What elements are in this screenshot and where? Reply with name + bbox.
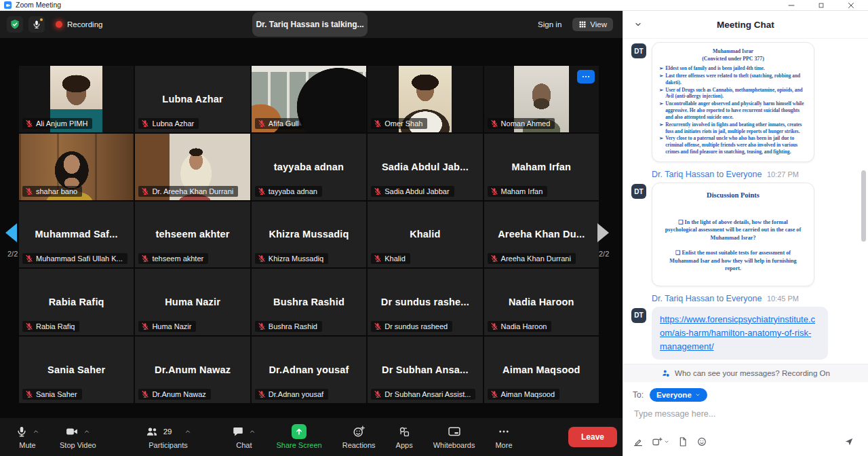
emoji-icon[interactable]	[696, 436, 707, 447]
participant-tile[interactable]: Huma Nazir Huma Nazir	[135, 269, 250, 335]
security-shield-icon[interactable]	[7, 16, 23, 33]
participant-tile[interactable]: Aiman Maqsood Aiman Maqsood	[484, 337, 599, 403]
share-screen-button[interactable]: Share Screen	[266, 418, 332, 456]
participant-tile[interactable]: Omer Shah	[368, 66, 482, 132]
message-input[interactable]	[633, 408, 861, 419]
maximize-button[interactable]	[816, 1, 826, 10]
participant-tile[interactable]: Sadia Abdul Jab... Sadia Abdul Jabbar	[368, 134, 482, 200]
participant-name-tag: Khizra Mussadiq	[255, 253, 328, 264]
participant-tile[interactable]: Nadia Haroon Nadia Haroon	[484, 269, 599, 335]
minimize-button[interactable]	[787, 1, 796, 10]
screenshot-icon[interactable]	[652, 436, 669, 447]
chevron-down-icon[interactable]	[634, 20, 642, 28]
participant-tile[interactable]: Dr.Adnan yousaf Dr.Adnan yousaf	[252, 337, 366, 403]
chevron-up-icon[interactable]	[33, 428, 39, 435]
participant-name-tag: Maham Irfan	[488, 186, 548, 197]
attach-file-icon[interactable]	[677, 436, 688, 447]
participant-tile[interactable]: Bushra Rashid Bushra Rashid	[252, 269, 366, 335]
audio-settings-icon[interactable]	[28, 16, 45, 33]
message-header: Dr. Tariq Hassan to Everyone 10:27 PM	[652, 170, 861, 179]
chat-scrollbar[interactable]	[861, 170, 866, 242]
participant-name-tag: Nadia Haroon	[488, 321, 552, 332]
top-toolbar-right: Sign in View	[534, 18, 616, 31]
sign-in-button[interactable]: Sign in	[534, 18, 566, 31]
whiteboards-button[interactable]: Whiteboards	[423, 418, 486, 456]
message-link[interactable]: https://www.forensicpsychiatryinstitute.…	[660, 314, 815, 352]
participant-name-tag: shahar bano	[22, 186, 82, 197]
mic-off-icon	[25, 390, 33, 398]
participant-tile[interactable]: Khizra Mussadiq Khizra Mussadiq	[252, 202, 366, 268]
page-indicator-left: 2/2	[7, 250, 18, 258]
format-text-icon[interactable]	[633, 436, 644, 447]
participant-tile[interactable]: Khalid Khalid	[368, 202, 482, 268]
send-button[interactable]	[838, 433, 860, 451]
mute-button[interactable]: Mute	[5, 418, 50, 456]
message-header: Dr. Tariq Hassan to Everyone 10:45 PM	[652, 294, 861, 303]
participant-tile[interactable]: Dr.Anum Nawaz Dr.Anum Nawaz	[135, 337, 250, 403]
chat-message: DT Muhammad Israr (Convicted under PPC 3…	[631, 42, 861, 162]
participant-tile[interactable]: tayyaba adnan tayyaba adnan	[252, 134, 366, 200]
participant-tile[interactable]: Muhammad Saf... Muhammad Safi Ullah K...	[19, 202, 134, 268]
card-bullet-list: ➢Eldest son of family and is been jailed…	[659, 65, 807, 155]
participant-tile[interactable]: Maham Irfan Maham Irfan	[484, 134, 599, 200]
next-page-arrow[interactable]	[597, 223, 609, 242]
participant-tile[interactable]: Ali Anjum PIMH	[19, 66, 134, 132]
participant-name-tag: Dr.Adnan yousaf	[255, 389, 328, 400]
participant-name-tag: Huma Nazir	[138, 321, 196, 332]
mic-off-icon	[374, 390, 382, 398]
chat-button[interactable]: Chat	[222, 418, 266, 456]
mic-off-icon	[258, 390, 266, 398]
chat-header: Meeting Chat	[623, 11, 868, 39]
view-button[interactable]: View	[572, 18, 613, 31]
chat-message: DT Discussion Points ❑ In the light of a…	[631, 183, 861, 286]
chevron-up-icon[interactable]	[249, 428, 256, 435]
participant-name-tag: Areeha Khan Durrani	[488, 253, 576, 264]
chat-message-list[interactable]: DT Muhammad Israr (Convicted under PPC 3…	[623, 38, 868, 364]
participant-tile[interactable]: Dr Subhan Ansa... Dr Subhan Ansari Assis…	[368, 337, 482, 403]
meeting-controls-toolbar: Mute Stop Video 29 Participants Chat Sha…	[0, 418, 623, 456]
card-bullet: ➢Last three offenses were related to the…	[659, 73, 807, 86]
reactions-button[interactable]: Reactions	[332, 418, 386, 456]
active-speaker-banner: Dr. Tariq Hassan is talking...	[252, 12, 368, 37]
close-button[interactable]	[846, 1, 856, 10]
more-options-button[interactable]	[577, 70, 595, 83]
apps-button[interactable]: Apps	[386, 418, 423, 456]
participant-tile[interactable]: Sania Saher Sania Saher	[19, 337, 134, 403]
participant-tile[interactable]: tehseem akhter tehseem akhter	[135, 202, 250, 268]
participant-tile[interactable]: Afifa Gull	[252, 66, 366, 132]
message-image-card[interactable]: Muhammad Israr (Convicted under PPC 377)…	[652, 42, 814, 162]
more-button[interactable]: More	[485, 418, 522, 456]
recording-indicator[interactable]: Recording	[56, 20, 102, 28]
mic-off-icon	[25, 187, 33, 195]
reactions-icon	[352, 425, 366, 438]
participant-tile[interactable]: Lubna Azhar Lubna Azhar	[135, 66, 250, 132]
participant-name-tag: Aiman Maqsood	[488, 389, 560, 400]
mic-off-icon	[490, 119, 498, 128]
share-screen-icon	[292, 424, 307, 439]
recipient-dropdown[interactable]: Everyone	[650, 388, 707, 402]
window-titlebar: Zoom Meeting	[0, 0, 868, 11]
previous-page-arrow[interactable]	[5, 223, 17, 242]
mic-off-icon	[141, 322, 149, 330]
message-image-card[interactable]: Discussion Points ❑ In the light of abov…	[652, 183, 814, 286]
participant-tile[interactable]: Rabia Rafiq Rabia Rafiq	[19, 269, 134, 335]
chat-privacy-notice[interactable]: Who can see your messages? Recording On	[623, 364, 868, 382]
participants-button[interactable]: 29 Participants	[135, 418, 202, 456]
stop-video-button[interactable]: Stop Video	[50, 418, 106, 456]
participant-name-tag: Sadia Abdul Jabbar	[371, 186, 454, 197]
leave-button[interactable]: Leave	[568, 427, 617, 447]
participant-name-tag: Ali Anjum PIMH	[22, 118, 92, 129]
participant-tile[interactable]: Noman Ahmed	[484, 66, 599, 132]
chat-bubble-icon	[232, 425, 244, 438]
participant-tile[interactable]: Dr. Areeha Khan Durrani	[135, 134, 250, 200]
recipient-row: To: Everyone	[633, 388, 859, 402]
participant-tile[interactable]: shahar bano	[19, 134, 134, 200]
participant-tile[interactable]: Areeha Khan Du... Areeha Khan Durrani	[484, 202, 599, 268]
audio-alert-dot	[40, 18, 43, 21]
meeting-top-toolbar: Recording Dr. Tariq Hassan is talking...…	[0, 11, 623, 38]
participant-tile[interactable]: Dr sundus rashe... Dr sundus rasheed	[368, 269, 482, 335]
mic-off-icon	[490, 187, 498, 195]
mic-off-icon	[141, 254, 149, 263]
chevron-up-icon[interactable]	[184, 428, 191, 435]
chevron-up-icon[interactable]	[83, 428, 90, 435]
